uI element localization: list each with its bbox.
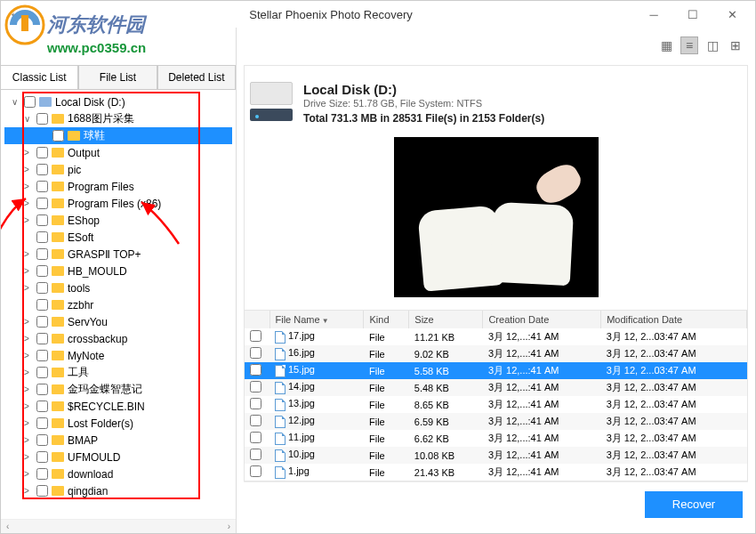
minimize-button[interactable]: ─: [634, 1, 673, 28]
tree-item[interactable]: >UFMOULD: [4, 449, 232, 465]
tree-checkbox[interactable]: [36, 350, 48, 361]
recover-button[interactable]: Recover: [645, 491, 743, 518]
tab-deleted-list[interactable]: Deleted List: [157, 65, 236, 89]
file-checkbox[interactable]: [250, 330, 261, 342]
file-checkbox[interactable]: [250, 381, 261, 392]
expander-icon[interactable]: >: [20, 198, 33, 208]
col-modification-date[interactable]: Modification Date: [601, 311, 747, 328]
expander-icon[interactable]: >: [20, 418, 33, 428]
tree-checkbox[interactable]: [36, 231, 48, 243]
tree-checkbox[interactable]: [36, 198, 48, 209]
file-checkbox[interactable]: [250, 364, 261, 376]
tree-checkbox[interactable]: [36, 316, 48, 328]
expander-icon[interactable]: >: [20, 266, 33, 276]
tree-checkbox[interactable]: [36, 367, 48, 378]
expander-icon[interactable]: >: [20, 165, 33, 174]
tree-item[interactable]: zzbhr: [4, 296, 232, 313]
tree-scrollbar[interactable]: ‹›: [1, 519, 236, 533]
expander-icon[interactable]: >: [20, 469, 33, 479]
tree-checkbox[interactable]: [36, 282, 48, 294]
maximize-button[interactable]: ☐: [673, 1, 712, 28]
col-size[interactable]: Size: [409, 311, 483, 328]
expander-icon[interactable]: >: [20, 351, 33, 360]
tree-checkbox[interactable]: [36, 248, 48, 260]
tree-item[interactable]: >MyNote: [4, 347, 232, 364]
table-row[interactable]: 12.jpgFile6.59 KB3月 12,...:41 AM3月 12, 2…: [245, 413, 747, 430]
tree-item[interactable]: >Output: [4, 144, 232, 161]
tree-item[interactable]: >pic: [4, 161, 232, 178]
tab-classic-list[interactable]: Classic List: [1, 65, 78, 89]
tree-checkbox[interactable]: [36, 468, 48, 480]
view-detail-icon[interactable]: ⊞: [727, 36, 744, 54]
expander-icon[interactable]: >: [20, 215, 33, 225]
tree-item[interactable]: >download: [4, 465, 232, 482]
view-columns-icon[interactable]: ◫: [704, 36, 721, 54]
tree-checkbox[interactable]: [36, 417, 48, 429]
tree-item[interactable]: >Program Files (x86): [4, 195, 232, 212]
expander-icon[interactable]: >: [20, 452, 33, 462]
table-row[interactable]: 17.jpgFile11.21 KB3月 12,...:41 AM3月 12, …: [245, 328, 747, 345]
tree-checkbox[interactable]: [36, 147, 48, 158]
tree-item[interactable]: >金玛金蝶智慧记: [4, 381, 232, 398]
col-file-name[interactable]: File Name▼: [269, 311, 364, 328]
expander-icon[interactable]: >: [20, 384, 33, 394]
tree-item[interactable]: >BMAP: [4, 432, 232, 449]
tree-checkbox[interactable]: [24, 96, 36, 108]
table-row[interactable]: 14.jpgFile5.48 KB3月 12,...:41 AM3月 12, 2…: [245, 379, 747, 396]
tree-checkbox[interactable]: [36, 400, 48, 412]
view-list-icon[interactable]: ≡: [680, 36, 698, 54]
file-checkbox[interactable]: [250, 415, 261, 426]
tree-item[interactable]: >$RECYCLE.BIN: [4, 398, 232, 415]
file-checkbox[interactable]: [250, 465, 261, 477]
file-checkbox[interactable]: [250, 347, 261, 359]
tree-checkbox[interactable]: [36, 299, 48, 311]
tree-item[interactable]: >qingdian: [4, 482, 232, 499]
tree-item[interactable]: ESoft: [4, 229, 232, 246]
tree-checkbox[interactable]: [36, 451, 48, 463]
table-row[interactable]: 1.jpgFile21.43 KB3月 12,...:41 AM3月 12, 2…: [245, 464, 747, 481]
table-row[interactable]: 11.jpgFile6.62 KB3月 12,...:41 AM3月 12, 2…: [245, 430, 747, 447]
view-grid-icon[interactable]: ▦: [657, 36, 675, 54]
tree-item[interactable]: ∨Local Disk (D:): [4, 93, 232, 110]
file-checkbox[interactable]: [250, 398, 261, 409]
tree-checkbox[interactable]: [36, 113, 48, 125]
tree-checkbox[interactable]: [36, 181, 48, 192]
tree-item[interactable]: >ServYou: [4, 313, 232, 330]
expander-icon[interactable]: >: [20, 148, 33, 158]
expander-icon[interactable]: >: [20, 334, 33, 344]
expander-icon[interactable]: >: [20, 401, 33, 411]
tree-item[interactable]: >Lost Folder(s): [4, 415, 232, 432]
tab-file-list[interactable]: File List: [78, 65, 157, 89]
tree-checkbox[interactable]: [36, 333, 48, 344]
tree-checkbox[interactable]: [36, 384, 48, 395]
tree-item[interactable]: >EShop: [4, 212, 232, 229]
expander-icon[interactable]: ∨: [20, 114, 33, 124]
tree-item[interactable]: >GRASPⅡ TOP+: [4, 246, 232, 263]
file-checkbox[interactable]: [250, 449, 261, 460]
table-row[interactable]: 10.jpgFile10.08 KB3月 12,...:41 AM3月 12, …: [245, 447, 747, 464]
expander-icon[interactable]: >: [20, 317, 33, 327]
expander-icon[interactable]: >: [20, 435, 33, 445]
close-button[interactable]: ✕: [712, 1, 752, 28]
tree-checkbox[interactable]: [36, 164, 48, 175]
table-row[interactable]: 15.jpgFile5.58 KB3月 12,...:41 AM3月 12, 2…: [245, 362, 747, 379]
table-row[interactable]: 16.jpgFile9.02 KB3月 12,...:41 AM3月 12, 2…: [245, 345, 747, 362]
tree-item[interactable]: >crossbackup: [4, 330, 232, 347]
tree-item[interactable]: >工具: [4, 364, 232, 381]
table-row[interactable]: 13.jpgFile8.65 KB3月 12,...:41 AM3月 12, 2…: [245, 396, 747, 413]
tree-checkbox[interactable]: [36, 485, 48, 497]
expander-icon[interactable]: >: [20, 283, 33, 293]
tree-checkbox[interactable]: [52, 130, 64, 142]
expander-icon[interactable]: ∨: [8, 97, 20, 107]
col-kind[interactable]: Kind: [364, 311, 409, 328]
expander-icon[interactable]: >: [20, 249, 33, 259]
tree-item[interactable]: >tools: [4, 279, 232, 296]
tree-item[interactable]: ∨1688图片采集: [4, 110, 232, 127]
tree-checkbox[interactable]: [36, 434, 48, 446]
col-creation-date[interactable]: Creation Date: [483, 311, 601, 328]
expander-icon[interactable]: >: [20, 368, 33, 377]
expander-icon[interactable]: >: [20, 182, 33, 191]
tree-item[interactable]: 球鞋: [4, 127, 232, 144]
file-checkbox[interactable]: [250, 432, 261, 443]
tree-checkbox[interactable]: [36, 214, 48, 226]
